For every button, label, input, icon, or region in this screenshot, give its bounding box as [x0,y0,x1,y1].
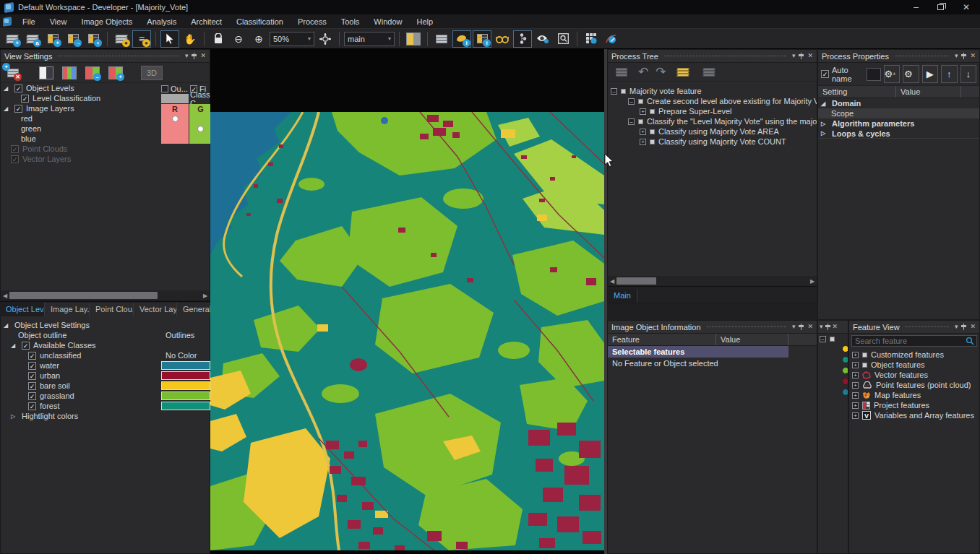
feature-node-point-cloud[interactable]: + Point features (point cloud) [849,380,979,390]
add-pane-button[interactable]: + [106,64,125,82]
view-settings-title-bar[interactable]: View Settings ▾ ✕ [1,50,210,63]
image-layers-checkbox[interactable]: ✓ [14,105,22,113]
level-classification-swatch[interactable] [161,94,189,103]
water-checkbox[interactable]: ✓ [28,362,36,370]
class-dot-grassland[interactable] [842,367,848,374]
bare-soil-color-swatch[interactable] [161,381,210,390]
panel-close-icon[interactable]: ✕ [200,53,206,59]
process-node[interactable]: –Classify the "Level Majority Vote" usin… [608,116,817,126]
pin-icon[interactable] [825,324,830,330]
class-dot-urban[interactable] [842,378,848,385]
blue-red-cell[interactable] [161,134,189,144]
import-table-button[interactable]: → [64,30,82,48]
pan-hand-button[interactable]: ✋ [181,30,199,48]
menu-classification[interactable]: Classification [230,16,290,27]
scroll-thumb[interactable] [9,292,158,299]
panel-close-icon[interactable]: ✕ [807,53,813,59]
pin-icon[interactable] [192,53,197,59]
stop-process-layers-button[interactable] [700,64,718,81]
tab-vector-layers[interactable]: Vector Lay... [134,303,177,316]
class-dot-forest[interactable] [842,356,848,363]
setting-column-header[interactable]: Setting [818,86,896,98]
pin-icon[interactable] [961,53,966,59]
scroll-right-arrow[interactable]: ▶ [808,278,817,285]
zoom-out-button[interactable]: ⊖ [229,30,248,48]
urban-color-swatch[interactable] [161,371,210,380]
menu-tools[interactable]: Tools [335,16,366,27]
process-tree-title-bar[interactable]: Process Tree ▾ ✕ [608,50,817,63]
panel-close-icon[interactable]: ✕ [970,53,976,59]
add-layers-button[interactable]: + [3,30,22,48]
panel-menu-icon[interactable]: ▾ [792,53,796,59]
algorithm-parameters-row[interactable]: ▷Algorithm parameters [818,118,979,129]
tab-image-layers[interactable]: Image Lay... [45,303,90,316]
outlines-value[interactable]: Outlines [166,331,194,339]
menu-analysis[interactable]: Analysis [140,16,183,27]
scroll-left-arrow[interactable]: ◀ [1,293,9,299]
process-tree-hscrollbar[interactable]: ◀ ▶ [608,276,817,286]
grassland-color-swatch[interactable] [161,391,210,400]
tab-main[interactable]: Main [608,289,637,303]
process-node[interactable]: –Majority vote feature [608,86,817,96]
panel-close-icon[interactable]: ✕ [970,324,976,330]
loops-cycles-row[interactable]: ▷Loops & cycles [818,129,979,139]
draw-tool-button[interactable] [602,30,621,48]
grassland-checkbox[interactable]: ✓ [28,392,36,400]
process-node[interactable]: +Classify using Majority Vote COUNT [608,137,817,147]
pin-icon[interactable] [799,324,804,330]
menu-process[interactable]: Process [291,16,333,27]
panel-menu-icon[interactable]: ▾ [955,53,958,59]
menu-view[interactable]: View [43,16,74,27]
available-classes-checkbox[interactable]: ✓ [22,342,30,350]
name-field[interactable] [867,68,881,81]
urban-checkbox[interactable]: ✓ [28,372,36,380]
select-cursor-button[interactable] [160,30,179,48]
view-settings-eye-button[interactable] [533,30,552,48]
auto-name-checkbox[interactable]: ✓ [821,70,829,78]
panel-menu-icon[interactable]: ▾ [185,53,189,59]
panel-menu-icon[interactable]: ▾ [820,324,823,330]
unclassified-checkbox[interactable]: ✓ [28,352,36,360]
image-object-information-title-bar[interactable]: Image Object Information ▾ ✕ [608,321,817,334]
map-image[interactable] [210,112,604,550]
scope-row[interactable]: Scope [818,108,979,118]
feature-node-object[interactable]: +Object features [849,360,979,370]
tab-point-clouds[interactable]: Point Clou... [90,303,134,316]
menu-architect[interactable]: Architect [184,16,228,27]
algorithm-settings-button[interactable]: ⚙ [903,65,919,83]
mixed-view-button[interactable] [60,64,79,82]
close-button[interactable]: ✕ [963,2,970,12]
menu-image-objects[interactable]: Image Objects [74,16,139,27]
scroll-left-arrow[interactable]: ◀ [608,278,616,285]
process-properties-title-bar[interactable]: Process Properties ▾ ✕ [818,50,979,63]
object-table-info-button[interactable]: i [473,30,491,48]
class-dot-water[interactable] [842,389,848,396]
show-classification-button[interactable] [493,30,512,48]
level-classification-checkbox[interactable]: ✓ [21,95,29,103]
search-icon[interactable] [966,337,974,345]
feature-view-title-bar[interactable]: Feature View ▾ ✕ [849,321,979,334]
panel-close-icon[interactable]: ✕ [833,324,838,330]
tab-general-settings[interactable]: General Se... [177,303,210,316]
layers-status-button[interactable]: ● [112,30,131,48]
run-process-layers-button[interactable] [674,64,692,81]
red-red-cell[interactable] [161,113,189,124]
feature-node-map[interactable]: + Map features [849,390,979,400]
hierarchy-view-button[interactable] [513,30,532,48]
zoom-level-combo[interactable]: 50%▾ [270,32,314,46]
execute-button[interactable]: ▶ [922,65,938,83]
navigate-crosshair-button[interactable] [316,30,335,48]
move-up-button[interactable]: ↑ [941,65,957,83]
open-table-button[interactable]: ◖ [84,30,103,48]
map-combo[interactable]: main▾ [344,32,395,46]
pin-icon[interactable] [961,324,966,330]
class-hierarchy-title-bar[interactable]: ▾ ✕ [818,321,848,334]
forest-color-swatch[interactable] [161,402,210,410]
lock-button[interactable] [209,30,228,48]
app-menu-icon[interactable] [3,17,12,26]
blue-green-cell[interactable] [189,134,212,144]
tab-object-levels[interactable]: Object Lev... [0,303,45,316]
split-view-button[interactable] [404,30,423,48]
edit-algorithm-button[interactable]: ⚙+ [884,65,901,83]
domain-row[interactable]: ◢Domain [818,98,979,108]
